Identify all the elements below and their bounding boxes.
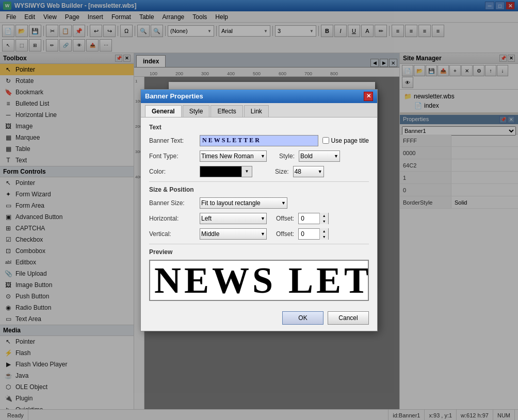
banner-size-select[interactable]: Fit to layout rectangle ▼ [200, 197, 287, 209]
font-type-select[interactable]: Times New Roman ▼ [200, 150, 267, 162]
color-dropdown-arrow: ▼ [241, 166, 252, 177]
h-spinner-buttons: ▲ ▼ [319, 213, 328, 224]
h-offset-input[interactable] [299, 215, 319, 222]
banner-size-arrow: ▼ [281, 200, 286, 206]
size-position-title: Size & Position [149, 186, 369, 193]
banner-text-input[interactable] [200, 135, 318, 146]
divider-1 [149, 181, 369, 182]
dialog-footer: OK Cancel [141, 307, 377, 331]
banner-size-label: Banner Size: [149, 199, 196, 207]
h-offset-label: Offset: [276, 215, 294, 222]
h-offset-spinner: ▲ ▼ [298, 213, 329, 224]
banner-text-label: Banner Text: [149, 137, 196, 144]
vertical-row: Vertical: Middle ▼ Offset: ▲ ▼ [149, 228, 369, 240]
h-offset-down[interactable]: ▼ [320, 219, 328, 224]
style-dropdown-arrow: ▼ [334, 154, 338, 159]
horizontal-row: Horizontal: Left ▼ Offset: ▲ ▼ [149, 213, 369, 224]
modal-overlay: Banner Properties ✕ General Style Effect… [0, 0, 518, 420]
dialog-title: Banner Properties [145, 92, 203, 100]
h-offset-up[interactable]: ▲ [320, 213, 328, 219]
dialog-title-bar: Banner Properties ✕ [141, 90, 377, 103]
dialog-tab-link[interactable]: Link [244, 105, 269, 117]
size-select[interactable]: 48 ▼ [293, 166, 324, 177]
use-page-title-label: Use page title [331, 137, 369, 144]
preview-text: NEWS LET [154, 262, 369, 299]
cancel-button[interactable]: Cancel [328, 311, 369, 325]
style-label: Style: [279, 153, 295, 160]
horizontal-label: Horizontal: [149, 215, 196, 222]
size-label: Size: [275, 168, 289, 175]
use-page-title-checkbox[interactable] [322, 137, 329, 144]
color-swatch[interactable]: ▼ [200, 166, 252, 177]
color-label: Color: [149, 168, 196, 175]
dialog-close-button[interactable]: ✕ [364, 92, 373, 101]
v-offset-input[interactable] [299, 230, 319, 238]
font-dropdown-arrow: ▼ [261, 154, 265, 159]
banner-size-row: Banner Size: Fit to layout rectangle ▼ [149, 197, 369, 209]
ok-button[interactable]: OK [282, 311, 323, 325]
v-offset-down[interactable]: ▼ [320, 234, 328, 240]
font-type-label: Font Type: [149, 153, 196, 160]
horizontal-select[interactable]: Left ▼ [200, 213, 267, 224]
vertical-label: Vertical: [149, 230, 196, 238]
v-offset-spinner: ▲ ▼ [298, 228, 329, 240]
preview-box: NEWS LET [149, 260, 369, 301]
divider-2 [149, 244, 369, 244]
color-swatch-fill [200, 166, 241, 177]
v-offset-label: Offset: [276, 230, 294, 238]
style-select[interactable]: Bold ▼ [299, 150, 340, 162]
horizontal-arrow: ▼ [261, 216, 265, 221]
font-row: Font Type: Times New Roman ▼ Style: Bold… [149, 150, 369, 162]
dialog-body: Text Banner Text: Use page title Font Ty… [141, 117, 377, 307]
preview-label: Preview [149, 248, 369, 256]
banner-properties-dialog: Banner Properties ✕ General Style Effect… [140, 89, 378, 331]
v-offset-up[interactable]: ▲ [320, 228, 328, 234]
use-page-title-row: Use page title [322, 137, 369, 144]
dialog-tab-general[interactable]: General [145, 105, 182, 117]
dialog-tab-style[interactable]: Style [183, 105, 210, 117]
dialog-tab-effects[interactable]: Effects [211, 105, 242, 117]
vertical-select[interactable]: Middle ▼ [200, 228, 267, 240]
dialog-tabs: General Style Effects Link [141, 103, 377, 117]
v-spinner-buttons: ▲ ▼ [319, 228, 328, 240]
text-section-title: Text [149, 124, 369, 131]
size-dropdown-arrow: ▼ [318, 169, 322, 174]
banner-text-row: Banner Text: Use page title [149, 135, 369, 146]
vertical-arrow: ▼ [261, 231, 265, 237]
color-size-row: Color: ▼ Size: 48 ▼ [149, 166, 369, 177]
